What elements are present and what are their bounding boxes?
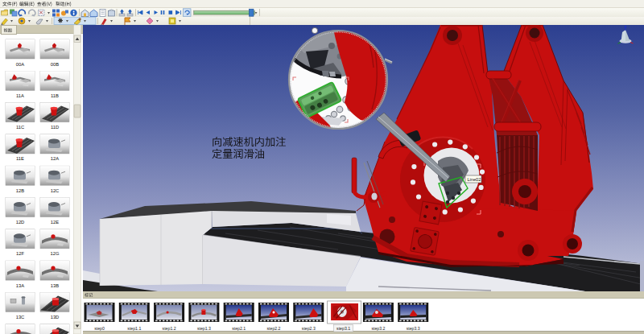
svg-text:step2.1: step2.1 bbox=[232, 326, 246, 331]
svg-text:13B: 13B bbox=[51, 283, 59, 288]
svg-text:00A: 00A bbox=[16, 62, 24, 67]
svg-text:00B: 00B bbox=[51, 62, 59, 67]
svg-text:11D: 11D bbox=[51, 125, 59, 130]
svg-text:11C: 11C bbox=[16, 125, 24, 130]
svg-text:13C: 13C bbox=[16, 315, 25, 320]
svg-text:step2.2: step2.2 bbox=[266, 326, 280, 331]
svg-text:11A: 11A bbox=[16, 93, 24, 98]
svg-text:12C: 12C bbox=[51, 188, 60, 193]
svg-text:12F: 12F bbox=[16, 251, 24, 256]
svg-text:11B: 11B bbox=[51, 93, 59, 98]
svg-text:12A: 12A bbox=[51, 156, 59, 161]
svg-text:12D: 12D bbox=[16, 220, 25, 225]
svg-text:step1.2: step1.2 bbox=[163, 326, 176, 331]
svg-text:13D: 13D bbox=[51, 315, 60, 320]
svg-text:step2.3: step2.3 bbox=[302, 326, 316, 331]
svg-text:step1.3: step1.3 bbox=[197, 326, 211, 331]
svg-text:12E: 12E bbox=[51, 220, 59, 225]
svg-text:step1.1: step1.1 bbox=[127, 326, 141, 331]
svg-text:12B: 12B bbox=[16, 188, 24, 193]
svg-text:Line02: Line02 bbox=[468, 177, 481, 182]
svg-text:11E: 11E bbox=[16, 156, 24, 161]
svg-text:12G: 12G bbox=[51, 251, 60, 256]
svg-text:step0: step0 bbox=[94, 326, 105, 331]
svg-text:13A: 13A bbox=[16, 283, 24, 288]
svg-text:step3.1: step3.1 bbox=[336, 326, 350, 331]
svg-text:step3.3: step3.3 bbox=[407, 326, 420, 331]
svg-text:step3.2: step3.2 bbox=[371, 326, 385, 331]
